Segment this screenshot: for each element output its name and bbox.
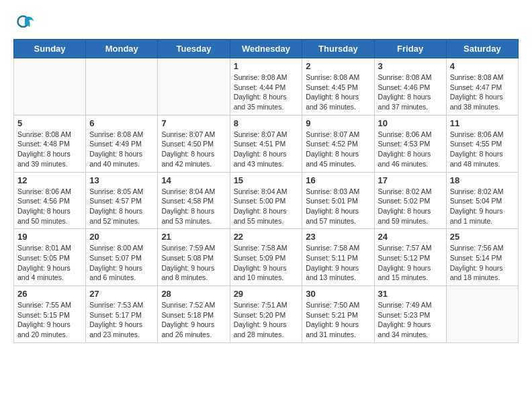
day-number: 10	[378, 118, 443, 128]
day-number: 9	[306, 118, 370, 128]
day-number: 8	[234, 118, 299, 128]
day-info: Sunrise: 8:00 AMSunset: 5:07 PMDaylight:…	[89, 243, 154, 283]
calendar-day-cell: 19Sunrise: 8:01 AMSunset: 5:05 PMDayligh…	[14, 229, 86, 286]
calendar-day-cell: 7Sunrise: 8:07 AMSunset: 4:50 PMDaylight…	[158, 115, 230, 172]
calendar-day-cell: 22Sunrise: 7:58 AMSunset: 5:09 PMDayligh…	[230, 229, 302, 286]
day-info: Sunrise: 8:01 AMSunset: 5:05 PMDaylight:…	[17, 243, 82, 283]
day-number: 25	[450, 232, 515, 242]
day-info: Sunrise: 8:08 AMSunset: 4:45 PMDaylight:…	[306, 73, 370, 112]
day-info: Sunrise: 7:55 AMSunset: 5:15 PMDaylight:…	[17, 300, 82, 340]
calendar-day-cell: 28Sunrise: 7:52 AMSunset: 5:18 PMDayligh…	[158, 286, 230, 343]
day-number: 26	[17, 289, 82, 299]
calendar-day-cell: 23Sunrise: 7:58 AMSunset: 5:11 PMDayligh…	[302, 229, 374, 286]
day-info: Sunrise: 7:50 AMSunset: 5:21 PMDaylight:…	[306, 300, 370, 340]
day-number: 1	[234, 61, 299, 71]
day-info: Sunrise: 8:06 AMSunset: 4:56 PMDaylight:…	[17, 187, 82, 226]
day-info: Sunrise: 7:58 AMSunset: 5:11 PMDaylight:…	[306, 243, 370, 283]
calendar-week-row: 26Sunrise: 7:55 AMSunset: 5:15 PMDayligh…	[14, 286, 519, 343]
calendar-day-cell: 4Sunrise: 8:08 AMSunset: 4:47 PMDaylight…	[446, 58, 518, 116]
day-number: 24	[378, 232, 443, 242]
day-info: Sunrise: 7:52 AMSunset: 5:18 PMDaylight:…	[161, 300, 226, 340]
calendar-day-cell: 24Sunrise: 7:57 AMSunset: 5:12 PMDayligh…	[374, 229, 446, 286]
day-number: 11	[450, 118, 515, 128]
day-number: 5	[17, 118, 82, 128]
day-number: 13	[89, 175, 154, 185]
day-number: 3	[378, 61, 443, 71]
day-info: Sunrise: 7:58 AMSunset: 5:09 PMDaylight:…	[234, 243, 299, 283]
calendar-day-cell: 25Sunrise: 7:56 AMSunset: 5:14 PMDayligh…	[446, 229, 518, 286]
day-number: 15	[234, 175, 299, 185]
day-number: 23	[306, 232, 370, 242]
calendar-day-cell	[14, 58, 86, 116]
calendar-week-row: 19Sunrise: 8:01 AMSunset: 5:05 PMDayligh…	[14, 229, 519, 286]
day-info: Sunrise: 7:49 AMSunset: 5:23 PMDaylight:…	[378, 300, 443, 340]
day-number: 20	[89, 232, 154, 242]
calendar-day-cell: 11Sunrise: 8:06 AMSunset: 4:55 PMDayligh…	[446, 115, 518, 172]
calendar-day-cell: 8Sunrise: 8:07 AMSunset: 4:51 PMDaylight…	[230, 115, 302, 172]
logo-icon	[13, 11, 35, 32]
day-of-week-header: Sunday	[14, 40, 86, 58]
day-of-week-header: Friday	[374, 40, 446, 58]
day-info: Sunrise: 8:08 AMSunset: 4:47 PMDaylight:…	[450, 73, 515, 112]
day-info: Sunrise: 8:07 AMSunset: 4:52 PMDaylight:…	[306, 130, 370, 169]
page-header	[13, 11, 519, 32]
calendar-day-cell: 14Sunrise: 8:04 AMSunset: 4:58 PMDayligh…	[158, 172, 230, 229]
day-of-week-header: Thursday	[302, 40, 374, 58]
calendar-week-row: 12Sunrise: 8:06 AMSunset: 4:56 PMDayligh…	[14, 172, 519, 229]
calendar-day-cell: 18Sunrise: 8:02 AMSunset: 5:04 PMDayligh…	[446, 172, 518, 229]
calendar-header-row: SundayMondayTuesdayWednesdayThursdayFrid…	[14, 40, 519, 58]
day-info: Sunrise: 8:07 AMSunset: 4:51 PMDaylight:…	[234, 130, 299, 169]
calendar-day-cell: 2Sunrise: 8:08 AMSunset: 4:45 PMDaylight…	[302, 58, 374, 116]
day-info: Sunrise: 8:02 AMSunset: 5:04 PMDaylight:…	[450, 187, 515, 226]
calendar-day-cell: 6Sunrise: 8:08 AMSunset: 4:49 PMDaylight…	[86, 115, 158, 172]
day-of-week-header: Monday	[86, 40, 158, 58]
day-info: Sunrise: 7:51 AMSunset: 5:20 PMDaylight:…	[234, 300, 299, 340]
day-info: Sunrise: 8:08 AMSunset: 4:49 PMDaylight:…	[89, 130, 154, 169]
day-number: 14	[161, 175, 226, 185]
day-info: Sunrise: 7:57 AMSunset: 5:12 PMDaylight:…	[378, 243, 443, 283]
day-info: Sunrise: 7:56 AMSunset: 5:14 PMDaylight:…	[450, 243, 515, 283]
day-info: Sunrise: 8:03 AMSunset: 5:01 PMDaylight:…	[306, 187, 370, 226]
day-number: 17	[378, 175, 443, 185]
calendar-day-cell: 21Sunrise: 7:59 AMSunset: 5:08 PMDayligh…	[158, 229, 230, 286]
day-number: 2	[306, 61, 370, 71]
calendar-day-cell: 31Sunrise: 7:49 AMSunset: 5:23 PMDayligh…	[374, 286, 446, 343]
day-number: 18	[450, 175, 515, 185]
day-info: Sunrise: 8:06 AMSunset: 4:53 PMDaylight:…	[378, 130, 443, 169]
calendar-day-cell: 27Sunrise: 7:53 AMSunset: 5:17 PMDayligh…	[86, 286, 158, 343]
day-of-week-header: Saturday	[446, 40, 518, 58]
day-number: 7	[161, 118, 226, 128]
day-info: Sunrise: 8:06 AMSunset: 4:55 PMDaylight:…	[450, 130, 515, 169]
logo	[13, 11, 38, 32]
day-number: 21	[161, 232, 226, 242]
day-number: 4	[450, 61, 515, 71]
day-info: Sunrise: 8:07 AMSunset: 4:50 PMDaylight:…	[161, 130, 226, 169]
day-of-week-header: Tuesday	[158, 40, 230, 58]
day-info: Sunrise: 7:53 AMSunset: 5:17 PMDaylight:…	[89, 300, 154, 340]
day-number: 31	[378, 289, 443, 299]
calendar-day-cell: 17Sunrise: 8:02 AMSunset: 5:02 PMDayligh…	[374, 172, 446, 229]
calendar-day-cell: 15Sunrise: 8:04 AMSunset: 5:00 PMDayligh…	[230, 172, 302, 229]
calendar-day-cell: 20Sunrise: 8:00 AMSunset: 5:07 PMDayligh…	[86, 229, 158, 286]
day-info: Sunrise: 7:59 AMSunset: 5:08 PMDaylight:…	[161, 243, 226, 283]
calendar-day-cell	[86, 58, 158, 116]
calendar-day-cell: 29Sunrise: 7:51 AMSunset: 5:20 PMDayligh…	[230, 286, 302, 343]
calendar-day-cell: 3Sunrise: 8:08 AMSunset: 4:46 PMDaylight…	[374, 58, 446, 116]
calendar-day-cell: 5Sunrise: 8:08 AMSunset: 4:48 PMDaylight…	[14, 115, 86, 172]
day-number: 22	[234, 232, 299, 242]
day-number: 16	[306, 175, 370, 185]
calendar-day-cell: 13Sunrise: 8:05 AMSunset: 4:57 PMDayligh…	[86, 172, 158, 229]
day-number: 27	[89, 289, 154, 299]
calendar-day-cell: 16Sunrise: 8:03 AMSunset: 5:01 PMDayligh…	[302, 172, 374, 229]
calendar-day-cell	[446, 286, 518, 343]
day-info: Sunrise: 8:02 AMSunset: 5:02 PMDaylight:…	[378, 187, 443, 226]
day-of-week-header: Wednesday	[230, 40, 302, 58]
calendar-table: SundayMondayTuesdayWednesdayThursdayFrid…	[13, 39, 519, 343]
day-number: 12	[17, 175, 82, 185]
day-number: 30	[306, 289, 370, 299]
day-info: Sunrise: 8:05 AMSunset: 4:57 PMDaylight:…	[89, 187, 154, 226]
calendar-day-cell: 26Sunrise: 7:55 AMSunset: 5:15 PMDayligh…	[14, 286, 86, 343]
calendar-day-cell	[158, 58, 230, 116]
day-info: Sunrise: 8:08 AMSunset: 4:48 PMDaylight:…	[17, 130, 82, 169]
day-info: Sunrise: 8:08 AMSunset: 4:46 PMDaylight:…	[378, 73, 443, 112]
